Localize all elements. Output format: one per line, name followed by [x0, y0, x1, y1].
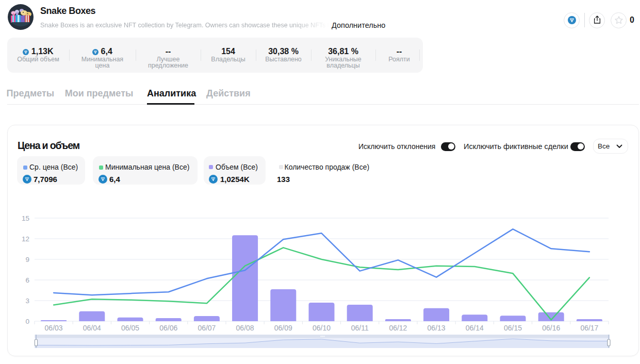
- svg-text:06/06: 06/06: [159, 324, 177, 332]
- svg-text:06/17: 06/17: [580, 324, 598, 332]
- svg-text:06/05: 06/05: [121, 324, 139, 332]
- svg-text:06/03: 06/03: [45, 324, 63, 332]
- svg-text:06/04: 06/04: [83, 324, 101, 332]
- svg-text:06/09: 06/09: [274, 324, 292, 332]
- svg-text:15: 15: [22, 214, 29, 222]
- svg-text:06/08: 06/08: [236, 324, 254, 332]
- svg-text:3: 3: [25, 297, 29, 305]
- svg-text:0: 0: [25, 318, 29, 325]
- svg-text:12: 12: [22, 235, 29, 243]
- svg-text:06/07: 06/07: [198, 324, 216, 332]
- svg-text:9: 9: [25, 256, 29, 263]
- svg-text:06/11: 06/11: [351, 324, 369, 332]
- svg-text:06/15: 06/15: [504, 324, 522, 332]
- svg-text:06/12: 06/12: [389, 324, 407, 332]
- svg-text:06/14: 06/14: [466, 324, 484, 332]
- svg-text:6: 6: [25, 276, 29, 284]
- svg-text:06/16: 06/16: [542, 324, 560, 332]
- svg-text:06/13: 06/13: [428, 324, 446, 332]
- svg-text:06/10: 06/10: [313, 324, 331, 332]
